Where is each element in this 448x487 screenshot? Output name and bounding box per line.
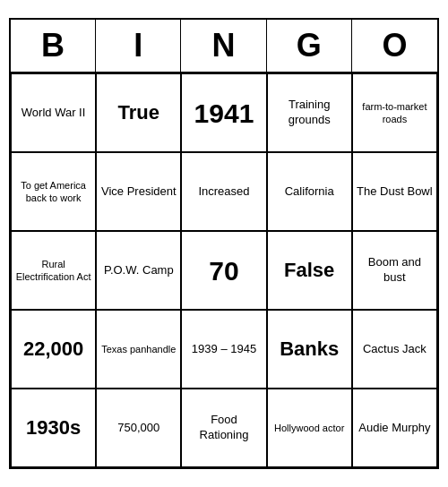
bingo-cell-10: Rural Electrification Act xyxy=(11,231,96,310)
bingo-cell-1: True xyxy=(96,73,181,152)
bingo-cell-20: 1930s xyxy=(11,389,96,467)
bingo-cell-24: Audie Murphy xyxy=(352,389,437,467)
bingo-cell-5: To get America back to work xyxy=(11,152,96,231)
bingo-header: BINGO xyxy=(11,20,437,73)
header-letter-B: B xyxy=(11,20,96,72)
bingo-cell-14: Boom and bust xyxy=(352,231,437,310)
bingo-cell-11: P.O.W. Camp xyxy=(96,231,181,310)
bingo-cell-4: farm-to-market roads xyxy=(352,73,437,152)
header-letter-G: G xyxy=(267,20,352,72)
bingo-cell-6: Vice President xyxy=(96,152,181,231)
bingo-cell-16: Texas panhandle xyxy=(96,310,181,389)
bingo-cell-0: World War II xyxy=(11,73,96,152)
bingo-cell-13: False xyxy=(267,231,352,310)
bingo-card: BINGO World War IITrue1941Training groun… xyxy=(9,18,439,469)
bingo-cell-23: Hollywood actor xyxy=(267,389,352,467)
bingo-grid: World War IITrue1941Training groundsfarm… xyxy=(11,73,437,467)
bingo-cell-3: Training grounds xyxy=(267,73,352,152)
bingo-cell-8: California xyxy=(267,152,352,231)
bingo-cell-7: Increased xyxy=(181,152,266,231)
header-letter-I: I xyxy=(96,20,181,72)
bingo-cell-19: Cactus Jack xyxy=(352,310,437,389)
bingo-cell-9: The Dust Bowl xyxy=(352,152,437,231)
bingo-cell-15: 22,000 xyxy=(11,310,96,389)
bingo-cell-21: 750,000 xyxy=(96,389,181,467)
header-letter-N: N xyxy=(181,20,266,72)
bingo-cell-2: 1941 xyxy=(181,73,266,152)
bingo-cell-22: Food Rationing xyxy=(181,389,266,467)
bingo-cell-12: 70 xyxy=(181,231,266,310)
header-letter-O: O xyxy=(352,20,437,72)
bingo-cell-18: Banks xyxy=(267,310,352,389)
bingo-cell-17: 1939 – 1945 xyxy=(181,310,266,389)
